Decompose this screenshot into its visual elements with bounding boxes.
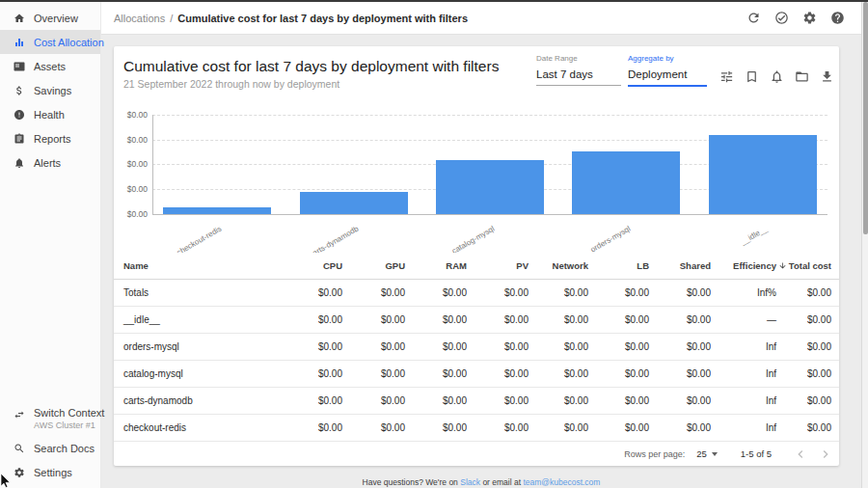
cell-lb: $0.00: [588, 395, 649, 406]
rows-per-page-select[interactable]: 25: [696, 448, 718, 459]
breadcrumb-allocations[interactable]: Allocations: [114, 13, 165, 24]
cell-total-cost: $0.00: [776, 368, 831, 379]
cell-efficiency: Inf: [711, 422, 776, 433]
help-button[interactable]: [830, 11, 845, 25]
bar-orders-mysql[interactable]: [572, 151, 680, 214]
cluster-context-label: AWS Cluster #1: [34, 420, 104, 430]
cell-shared: $0.00: [649, 314, 711, 325]
cell-name: catalog-mysql: [123, 368, 280, 379]
tune-filter-button[interactable]: [719, 69, 734, 84]
cell-shared: $0.00: [649, 395, 711, 406]
bar-idle[interactable]: [709, 135, 817, 214]
sidebar-item-label: Assets: [34, 61, 66, 72]
bar-checkout-redis[interactable]: [163, 207, 271, 214]
table-row-carts-dynamodb[interactable]: carts-dynamodb$0.00$0.00$0.00$0.00$0.00$…: [114, 388, 839, 415]
previous-page-button[interactable]: [793, 447, 808, 462]
topbar: Allocations / Cumulative cost for last 7…: [101, 2, 861, 35]
column-header-cpu[interactable]: CPU: [280, 260, 342, 271]
health-icon: [14, 109, 25, 121]
settings-gear-button[interactable]: [802, 11, 817, 25]
table-row-checkout-redis[interactable]: checkout-redis$0.00$0.00$0.00$0.00$0.00$…: [114, 415, 839, 442]
cell-shared: $0.00: [649, 368, 711, 379]
email-link[interactable]: team@kubecost.com: [523, 477, 600, 487]
column-header-shared[interactable]: Shared: [649, 260, 711, 271]
column-header-total-cost[interactable]: Total cost: [776, 260, 831, 271]
sidebar-item-search-docs[interactable]: Search Docs: [0, 436, 100, 460]
cell-gpu: $0.00: [342, 314, 405, 325]
dollar-icon: [14, 85, 25, 96]
folder-button[interactable]: [795, 69, 809, 84]
cell-network: $0.00: [529, 314, 588, 325]
cell-total-cost: $0.00: [776, 422, 831, 433]
bar-catalog-mysql[interactable]: [436, 160, 544, 214]
sidebar-item-settings[interactable]: Settings: [0, 460, 100, 484]
vertical-scrollbar[interactable]: [861, 2, 868, 488]
column-header-lb[interactable]: LB: [588, 260, 649, 271]
refresh-icon: [746, 11, 761, 25]
allocation-table: NameCPUGPURAMPVNetworkLBSharedEfficiency…: [114, 253, 839, 442]
cell-lb: $0.00: [588, 368, 649, 379]
slack-link[interactable]: Slack: [460, 477, 480, 487]
cell-network: $0.00: [529, 368, 588, 379]
cell-network: $0.00: [529, 341, 588, 352]
cell-cpu: $0.00: [280, 341, 342, 352]
settings-gear-icon: [14, 467, 25, 478]
report-card: Cumulative cost for last 7 days by deplo…: [114, 46, 839, 466]
table-row-idle[interactable]: __idle__$0.00$0.00$0.00$0.00$0.00$0.00$0…: [114, 307, 839, 334]
sidebar-item-reports[interactable]: Reports: [0, 126, 100, 150]
cell-ram: $0.00: [405, 341, 467, 352]
bookmark-button[interactable]: [745, 69, 759, 84]
cell-ram: $0.00: [405, 422, 467, 433]
sidebar-item-cost-allocation[interactable]: Cost Allocation: [0, 30, 100, 54]
cell-pv: $0.00: [467, 422, 529, 433]
y-axis-line: [152, 115, 153, 214]
kubecost-app: OverviewCost AllocationAssetsSavingsHeal…: [0, 0, 868, 488]
cell-total-cost: $0.00: [776, 314, 831, 325]
table-row-orders-mysql[interactable]: orders-mysql$0.00$0.00$0.00$0.00$0.00$0.…: [114, 334, 839, 361]
cell-efficiency: —: [711, 314, 776, 325]
assets-icon: [14, 61, 25, 72]
chevron-left-icon: [793, 447, 808, 462]
date-range-select[interactable]: Last 7 days: [536, 68, 621, 86]
cell-lb: $0.00: [588, 422, 649, 433]
breadcrumb: Allocations / Cumulative cost for last 7…: [114, 13, 468, 24]
date-range-label: Date Range: [536, 54, 621, 63]
sidebar-nav: OverviewCost AllocationAssetsSavingsHeal…: [0, 2, 100, 175]
pagination-range: 1-5 of 5: [741, 448, 772, 459]
column-header-network[interactable]: Network: [529, 260, 588, 271]
notifications-bell-button[interactable]: [770, 69, 784, 84]
report-title: Cumulative cost for last 7 days by deplo…: [123, 58, 499, 75]
table-row-catalog-mysql[interactable]: catalog-mysql$0.00$0.00$0.00$0.00$0.00$0…: [114, 361, 839, 388]
column-header-gpu[interactable]: GPU: [342, 260, 405, 271]
refresh-button[interactable]: [746, 11, 761, 25]
cell-ram: $0.00: [405, 395, 467, 406]
search-icon: [14, 443, 25, 454]
sidebar-item-health[interactable]: Health: [0, 102, 100, 126]
cell-name: carts-dynamodb: [123, 395, 280, 406]
cell-pv: $0.00: [467, 395, 529, 406]
sidebar-item-savings[interactable]: Savings: [0, 78, 100, 102]
next-page-button[interactable]: [818, 447, 833, 462]
column-header-efficiency[interactable]: Efficiency: [711, 260, 776, 271]
sidebar-item-label: Switch ContextAWS Cluster #1: [34, 407, 104, 430]
download-icon: [820, 69, 834, 84]
breadcrumb-separator: /: [170, 13, 173, 24]
settings-gear-icon: [802, 11, 817, 25]
aggregate-by-select[interactable]: Deployment: [628, 68, 707, 87]
download-button[interactable]: [820, 69, 834, 84]
table-row-totals[interactable]: Totals$0.00$0.00$0.00$0.00$0.00$0.00$0.0…: [114, 280, 839, 307]
sidebar-item-overview[interactable]: Overview: [0, 6, 100, 30]
column-header-pv[interactable]: PV: [467, 260, 529, 271]
cell-cpu: $0.00: [280, 422, 342, 433]
cell-efficiency: Inf: [711, 395, 776, 406]
cell-total-cost: $0.00: [776, 395, 831, 406]
scrollbar-thumb[interactable]: [863, 2, 868, 234]
y-axis-tick-label: $0.00: [114, 184, 148, 194]
sidebar-item-alerts[interactable]: Alerts: [0, 150, 100, 175]
check-circle-button[interactable]: [774, 11, 789, 25]
bar-carts-dynamodb[interactable]: [300, 192, 408, 214]
sidebar-item-assets[interactable]: Assets: [0, 54, 100, 78]
column-header-name[interactable]: Name: [123, 260, 280, 271]
column-header-ram[interactable]: RAM: [405, 260, 467, 271]
sidebar-item-switch-context[interactable]: Switch ContextAWS Cluster #1: [0, 403, 100, 436]
